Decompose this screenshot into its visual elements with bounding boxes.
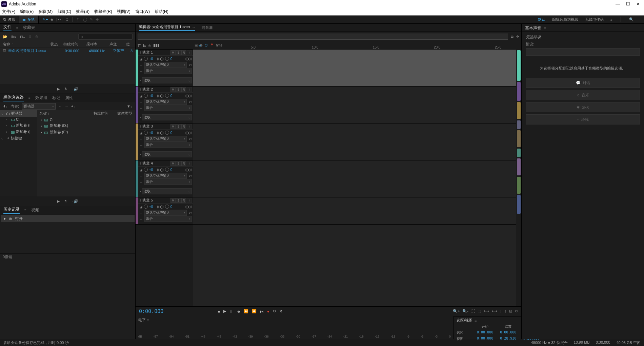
preview-loop-icon[interactable]: ↻ [64,199,67,204]
import-icon[interactable]: ⬇ [28,35,32,39]
col-sample[interactable]: 采样率 [86,42,109,47]
monitor-button[interactable]: I [187,124,192,129]
zoom-out-h-icon[interactable]: ↕ [505,309,507,313]
record-button[interactable]: ● [267,309,269,313]
minimize-button[interactable]: — [616,1,620,6]
forward-icon[interactable]: → [65,104,68,108]
forward-button[interactable]: ⏩ [252,309,257,313]
go-start-button[interactable]: ⏮ [237,309,240,313]
search-icon[interactable]: 🔍 [629,17,634,22]
panel-menu-icon[interactable]: ≡ [16,26,18,30]
send-icon[interactable]: ⎋ [148,43,151,47]
input-dropdown[interactable]: 默认立体声输入› [144,62,187,68]
menu-effects[interactable]: 效果(S) [76,9,89,15]
monitor-button[interactable]: I [187,161,192,166]
input-dropdown[interactable]: 默认立体声输入› [144,99,187,105]
razor-tool-icon[interactable]: ◈ [51,17,53,22]
timeline-ruler[interactable]: ▣ ⬣ ⬡ 📍 hms 5.010.015.020.025.0 [193,41,516,50]
snap-icon[interactable]: ▣ [195,43,198,47]
panel-menu-icon[interactable]: ≡ [28,96,31,100]
monitor-button[interactable]: I [187,87,192,92]
panel-menu-icon[interactable]: ≡ [24,208,26,212]
menu-favorites[interactable]: 收藏夹(R) [94,9,112,15]
arm-button[interactable]: R [181,50,186,55]
sfx-button[interactable]: ✱SFX [526,102,640,112]
workspace-more-icon[interactable]: » [610,18,612,22]
overview-navigator[interactable] [138,34,508,40]
open-file-icon[interactable]: 📂 [3,35,7,39]
eq-icon[interactable]: ▮▮▮ [153,43,159,47]
output-dropdown[interactable]: 混合› [144,216,192,222]
tab-favorites[interactable]: 收藏夹 [23,25,35,31]
record-file-icon[interactable]: ⊡₊ [20,35,25,39]
list-item[interactable]: ›🖴C: [37,117,135,122]
input-dropdown[interactable]: 默认立体声输入› [144,210,187,216]
filter-icon[interactable]: ▼₊ [127,104,133,109]
menu-clip[interactable]: 剪辑(C) [57,9,71,15]
track-lane[interactable] [193,50,516,86]
tab-video[interactable]: 视频 [31,207,39,213]
skip-button[interactable]: ⤭ [279,309,282,313]
pan-knob[interactable] [165,94,169,98]
track-vscroll[interactable] [516,41,521,306]
menu-view[interactable]: 视图(V) [117,9,130,15]
solo-button[interactable]: S [176,124,181,129]
tree-drives[interactable]: ⌵🗀驱动器 [0,110,37,117]
read-dropdown[interactable]: 读取⌵ [142,114,192,120]
delete-icon[interactable]: 🗑 [35,35,39,39]
tab-properties[interactable]: 属性 [65,95,73,101]
mute-button[interactable]: M [170,198,176,203]
mute-button[interactable]: M [170,87,176,92]
monitor-button[interactable]: I [187,198,192,203]
pan-knob[interactable] [165,131,169,135]
menu-multitrack[interactable]: 多轨(M) [38,9,53,15]
track-lane[interactable] [193,197,516,225]
col-duration[interactable]: 持续时间 [94,111,117,116]
track-area[interactable]: ▣ ⬣ ⬡ 📍 hms 5.010.015.020.025.0 [193,41,516,306]
track-header[interactable]: ⫴轨道 4MSRI ◢+0((●))0((●)) →默认立体声输入›∅ ←混合›… [136,160,193,197]
track-header[interactable]: ⫴轨道 5MSRI ◢+0((●))0((●)) →默认立体声输入›∅ ←混合› [136,197,193,225]
tree-c[interactable]: ›🖴C: [0,117,37,122]
zoom-out-icon[interactable]: 🔍- [462,309,468,313]
menu-window[interactable]: 窗口(W) [135,9,150,15]
solo-button[interactable]: S [176,161,181,166]
col-bit[interactable]: 位 [126,42,133,47]
import-icon[interactable]: ⬇₊ [3,104,8,109]
preview-auto-icon[interactable]: ·🔊 [72,87,78,91]
preview-auto-icon[interactable]: ·🔊 [72,199,78,204]
output-dropdown[interactable]: 混合› [144,105,192,111]
move-tool-icon[interactable]: ↖+ [43,17,48,22]
track-lane[interactable] [193,123,516,160]
zoom-full-icon[interactable]: ⛶ [471,309,475,313]
output-dropdown[interactable]: 混合› [144,68,192,74]
add-icon[interactable]: +₊ [71,104,75,109]
waveform-mode-button[interactable]: ⧉波形 [0,16,19,23]
mute-button[interactable]: M [170,50,176,55]
col-name[interactable]: 名称 ↑ [39,111,94,116]
menu-file[interactable]: 文件(F) [2,9,15,15]
arm-button[interactable]: R [181,87,186,92]
output-dropdown[interactable]: 混合› [144,179,192,185]
sel-start[interactable]: 0:00.000 [477,330,493,335]
preview-loop-icon[interactable]: ↻ [64,87,67,91]
zoom-in-icon[interactable]: 🔍+ [453,309,460,313]
tab-history[interactable]: 历史记录 [3,207,20,214]
col-status[interactable]: 状态 [51,42,64,47]
tree-shortcuts[interactable]: ⌵⚐快捷键 [0,135,37,141]
marquee-tool-icon[interactable]: ⬚ [77,17,80,22]
tab-mixer[interactable]: 混音器 [202,25,213,30]
volume-knob[interactable] [144,168,148,172]
preview-play-icon[interactable]: ▶ [57,87,60,91]
levels-meter[interactable]: dB-57-54-51-48-45-42-39-36-33-30-27-24-2… [136,324,454,339]
pitch-icon[interactable]: ✢ [516,35,519,39]
mute-button[interactable]: M [170,161,176,166]
tab-media-browser[interactable]: 媒体浏览器 [3,94,24,101]
arm-button[interactable]: R [181,124,186,129]
tab-files[interactable]: 文件 [3,24,12,31]
new-file-icon[interactable]: 🗎▸ [11,35,17,39]
tab-effects-rack[interactable]: 效果组 [35,95,47,101]
workspace-radio[interactable]: 无线电作品 [585,17,604,22]
go-end-button[interactable]: ⏭ [260,309,264,313]
play-button[interactable]: ▶ [223,309,226,313]
pan-knob[interactable] [165,205,169,209]
